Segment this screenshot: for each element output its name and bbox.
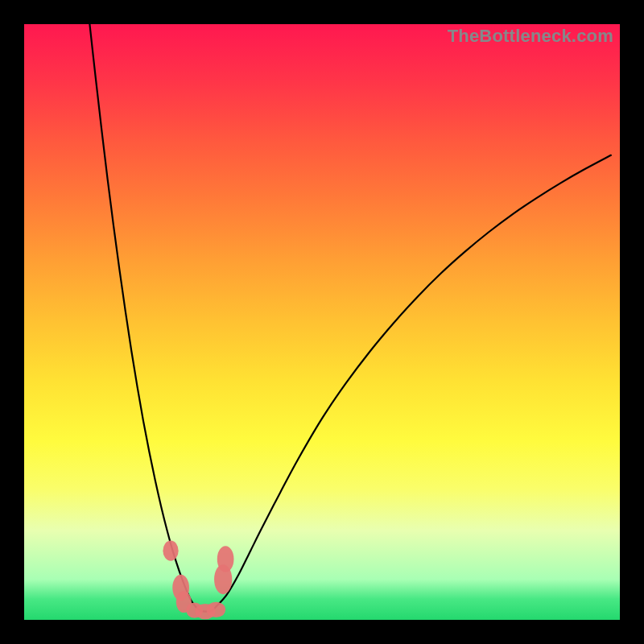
series-right-branch [216,155,611,607]
chart-stage: TheBottleneck.com [0,0,644,644]
curve-marker [206,602,225,617]
curve-marker [163,541,178,561]
gradient-plot-area: TheBottleneck.com [24,24,620,620]
bottleneck-curve [24,24,620,620]
series-left-branch [89,24,196,607]
curve-marker [217,546,234,572]
